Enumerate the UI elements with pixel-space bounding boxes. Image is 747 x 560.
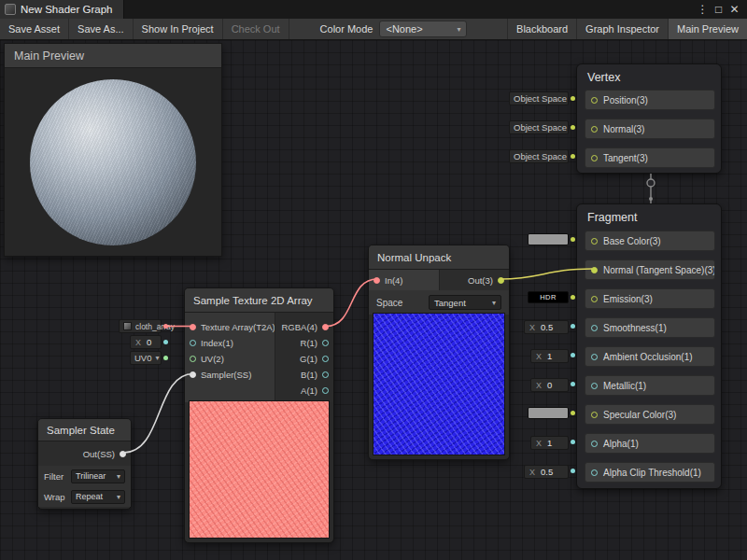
output-row-b[interactable]: B(1): [275, 367, 333, 383]
maximize-icon[interactable]: □: [711, 3, 726, 16]
space-dropdown[interactable]: Tangent ▾: [429, 295, 501, 310]
rgba-port[interactable]: [322, 324, 329, 330]
metallic-field[interactable]: X 0: [530, 378, 569, 392]
fragment-row-ambient-occlusion[interactable]: Ambient Occlusion(1): [585, 346, 715, 367]
emission-port[interactable]: [591, 296, 598, 302]
base-color-port[interactable]: [591, 238, 598, 245]
edge-sampler-state-to-sampler-input[interactable]: [123, 374, 193, 454]
base-color-swatch[interactable]: [528, 233, 569, 245]
vertex-row-normal[interactable]: Normal(3): [585, 119, 715, 139]
fragment-node[interactable]: Fragment Base Color(3) Normal (Tangent S…: [576, 203, 722, 489]
normal-stub-dot: [571, 125, 575, 130]
index-value: 0: [147, 337, 151, 347]
graph-canvas[interactable]: Main Preview Vertex Position(3) Normal(3…: [0, 40, 747, 560]
fragment-row-metallic[interactable]: Metallic(1): [585, 375, 715, 396]
ambient-occlusion-port[interactable]: [591, 354, 598, 360]
save-as-button[interactable]: Save As...: [69, 19, 134, 39]
texture-array-field[interactable]: cloth_array: [119, 319, 162, 333]
sample-texture-2d-array-node[interactable]: Sample Texture 2D Array Texture Array(T2…: [184, 287, 334, 543]
main-preview-body: [5, 68, 221, 256]
uv-port[interactable]: [190, 356, 196, 362]
index-field[interactable]: X 0: [130, 335, 162, 349]
index-x-label: X: [135, 338, 141, 347]
specular-color-port[interactable]: [591, 412, 598, 418]
blackboard-toggle-button[interactable]: Blackboard: [507, 19, 576, 39]
fragment-row-base-color[interactable]: Base Color(3): [585, 231, 715, 251]
metallic-x-label: X: [536, 381, 542, 390]
output-row-g[interactable]: G(1): [275, 351, 333, 367]
index-label: Index(1): [201, 338, 233, 348]
normal-space-dropdown[interactable]: Object Space: [509, 120, 569, 134]
normal-tangent-port[interactable]: [591, 267, 598, 273]
output-row-out-ss[interactable]: Out(SS): [38, 441, 131, 466]
b-port[interactable]: [322, 371, 329, 378]
tangent-port[interactable]: [591, 155, 598, 161]
emission-color-swatch[interactable]: HDR: [528, 291, 569, 303]
normal-unpack-node[interactable]: Normal Unpack In(4) Out(3) Space Tangent…: [368, 245, 510, 460]
position-port[interactable]: [591, 97, 598, 104]
color-mode-dropdown[interactable]: <None> ▾: [379, 21, 467, 37]
vertex-node[interactable]: Vertex Position(3) Normal(3) Tangent(3): [576, 63, 722, 174]
stack-link-connector-icon: [647, 179, 655, 187]
main-preview-panel[interactable]: Main Preview: [4, 43, 222, 257]
r-label: R(1): [301, 338, 317, 348]
out3-port[interactable]: [498, 277, 504, 284]
output-row-out3[interactable]: Out(3): [440, 270, 509, 290]
out-ss-port[interactable]: [120, 451, 126, 457]
main-preview-panel-title[interactable]: Main Preview: [5, 44, 221, 68]
output-row-r[interactable]: R(1): [275, 335, 333, 351]
window-menu-icon[interactable]: ⋮: [695, 3, 711, 16]
fragment-row-alpha[interactable]: Alpha(1): [585, 433, 715, 454]
fragment-row-normal-tangent[interactable]: Normal (Tangent Space)(3): [585, 259, 715, 280]
input-row-sampler[interactable]: Sampler(SS): [185, 367, 275, 383]
input-row-in4[interactable]: In(4): [369, 270, 439, 290]
position-space-dropdown[interactable]: Object Space: [509, 91, 569, 105]
close-icon[interactable]: ✕: [726, 3, 742, 16]
r-port[interactable]: [322, 340, 329, 346]
output-row-rgba[interactable]: RGBA(4): [275, 319, 333, 335]
wrap-dropdown[interactable]: Repeat ▾: [71, 490, 125, 504]
show-in-project-button[interactable]: Show In Project: [134, 19, 223, 39]
save-asset-button[interactable]: Save Asset: [0, 19, 69, 39]
sampler-port[interactable]: [190, 371, 196, 378]
uv-channel-dropdown[interactable]: UV0 ▾: [130, 351, 162, 365]
input-row-index[interactable]: Index(1): [185, 335, 275, 351]
fragment-row-specular-color[interactable]: Specular Color(3): [585, 404, 715, 425]
alpha-port[interactable]: [591, 441, 598, 447]
graph-inspector-toggle-button[interactable]: Graph Inspector: [576, 19, 668, 39]
main-preview-toggle-button[interactable]: Main Preview: [668, 19, 747, 39]
input-row-uv[interactable]: UV(2): [185, 351, 275, 367]
smoothness-stub-dot: [571, 324, 575, 329]
filter-dropdown[interactable]: Trilinear ▾: [71, 469, 125, 483]
alpha-clip-threshold-field[interactable]: X 0.5: [524, 465, 569, 479]
vertex-row-position[interactable]: Position(3): [585, 90, 715, 110]
chevron-down-icon: ▾: [117, 472, 120, 481]
alpha-clip-threshold-port[interactable]: [591, 469, 598, 476]
fragment-row-alpha-clip-threshold[interactable]: Alpha Clip Threshold(1): [585, 462, 715, 483]
smoothness-port[interactable]: [591, 325, 598, 331]
shader-graph-tab[interactable]: New Shader Graph: [0, 0, 124, 19]
metallic-port[interactable]: [591, 383, 598, 389]
fragment-row-emission[interactable]: Emission(3): [585, 288, 715, 309]
ambient-occlusion-field[interactable]: X 1: [530, 349, 569, 363]
normal-port[interactable]: [591, 126, 598, 133]
texture-thumbnail-icon: [123, 322, 132, 330]
texture-array-port[interactable]: [190, 324, 196, 330]
fragment-row-smoothness[interactable]: Smoothness(1): [585, 317, 715, 338]
uv-stub-dot: [163, 356, 168, 360]
input-row-texture-array[interactable]: Texture Array(T2A): [185, 319, 275, 335]
smoothness-field[interactable]: X 0.5: [524, 320, 569, 334]
specular-color-swatch[interactable]: [528, 407, 569, 419]
color-mode-label: Color Mode: [314, 19, 380, 39]
sample-texture-outputs: RGBA(4) R(1) G(1) B(1) A(1): [275, 313, 333, 402]
g-port[interactable]: [322, 356, 329, 362]
index-port[interactable]: [190, 340, 196, 346]
alpha-field[interactable]: X 1: [530, 436, 569, 450]
a-port[interactable]: [322, 387, 329, 394]
output-row-a[interactable]: A(1): [275, 383, 333, 399]
tangent-space-dropdown[interactable]: Object Space: [509, 149, 569, 163]
sampler-state-node[interactable]: Sampler State Out(SS) Filter Trilinear ▾…: [37, 418, 132, 510]
emission-stub-dot: [571, 295, 575, 300]
vertex-row-tangent[interactable]: Tangent(3): [585, 147, 715, 168]
in4-port[interactable]: [374, 277, 380, 284]
